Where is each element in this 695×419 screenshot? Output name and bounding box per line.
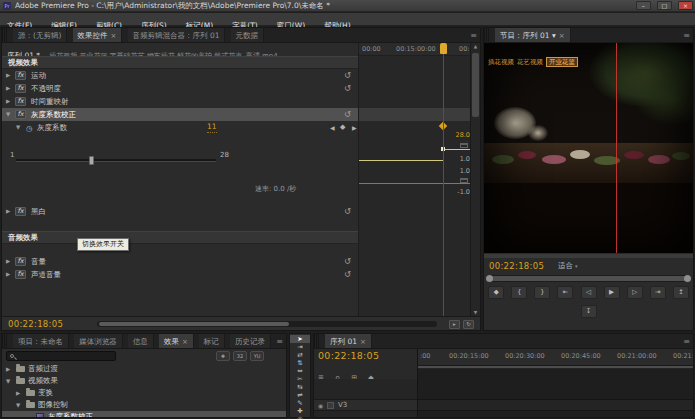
loop-icon[interactable]: ↻	[463, 320, 474, 329]
expand-icon[interactable]: ▶	[6, 69, 10, 82]
scroll-up-icon[interactable]: ▲	[471, 44, 480, 49]
panel-drag-handle[interactable]	[2, 28, 8, 43]
zoom-handle-right[interactable]	[684, 275, 691, 282]
toggle-track-output-icon[interactable]: ◉	[318, 400, 323, 411]
gamma-slider[interactable]	[16, 159, 216, 162]
step-back-button[interactable]: ◁	[581, 286, 597, 299]
tab-sequence-01[interactable]: 序列 01×	[325, 334, 372, 349]
mark-out-button[interactable]: }	[534, 286, 550, 299]
timeline-timecode[interactable]: 00:22:18:05	[318, 350, 379, 361]
pen-tool[interactable]: ✎	[290, 399, 310, 407]
expand-icon[interactable]: ▶	[16, 387, 20, 399]
ripple-edit-tool[interactable]: ⇄	[290, 351, 310, 359]
previous-keyframe-icon[interactable]: ◀	[330, 121, 335, 134]
tab-info[interactable]: 信息	[128, 334, 154, 349]
effect-row-channel-volume[interactable]: ▶ fx 声道音量 ↺	[2, 268, 358, 281]
add-keyframe-icon[interactable]: ◆	[340, 121, 345, 134]
rolling-edit-tool[interactable]: ⇅	[290, 359, 310, 367]
selection-tool[interactable]: ➤	[290, 335, 310, 343]
tab-audio-clip-mixer[interactable]: 音频剪辑混合器：序列 01	[128, 28, 226, 43]
reset-icon[interactable]: ↺	[344, 69, 351, 82]
panel-menu-icon[interactable]: ≡	[683, 28, 690, 43]
tab-effects[interactable]: 效果×	[159, 334, 194, 349]
rate-stretch-tool[interactable]: ⇔	[290, 367, 310, 375]
add-marker-button[interactable]: ◆	[488, 286, 504, 299]
monitor-marker-strip[interactable]	[484, 253, 693, 258]
fx-toggle-icon[interactable]: fx	[15, 97, 26, 106]
effect-row-time-remapping[interactable]: ▶ fx 时间重映射	[2, 95, 358, 108]
expand-icon[interactable]: ▶	[6, 82, 10, 95]
maximize-button[interactable]: □	[657, 1, 672, 10]
tree-item-audio-transitions[interactable]: ▶ 音频过渡	[2, 363, 286, 375]
go-to-in-button[interactable]: ⇤	[557, 286, 573, 299]
extract-button[interactable]: ↧	[581, 305, 597, 318]
play-button[interactable]: ▶	[604, 286, 620, 299]
effect-row-motion[interactable]: ▶ fx 运动 ↺	[2, 69, 358, 82]
timeline-ruler[interactable]: :00 00:20:15:00 00:20:30:00 00:20:45:00 …	[418, 349, 693, 366]
effect-row-gamma-correction[interactable]: ▼ fx 灰度系数校正 ↺	[2, 108, 358, 121]
razor-tool[interactable]: ✂	[290, 375, 310, 383]
collapse-icon[interactable]: ▼	[16, 121, 20, 134]
graph-resize-grip[interactable]	[460, 143, 468, 148]
play-icon[interactable]: ▸	[449, 320, 460, 329]
gamma-value[interactable]: 11	[207, 121, 217, 133]
scroll-down-icon[interactable]: ▼	[471, 310, 480, 315]
tab-history[interactable]: 历史记录	[230, 334, 271, 349]
tab-effect-controls[interactable]: 效果控件×	[73, 28, 123, 43]
panel-menu-icon[interactable]: ≡	[470, 28, 477, 43]
zoom-scrollbar-thumb[interactable]	[487, 276, 690, 281]
horizontal-scrollbar[interactable]	[97, 321, 437, 327]
tab-close-icon[interactable]: ×	[559, 32, 565, 40]
reset-icon[interactable]: ↺	[344, 82, 351, 95]
panel-drag-handle[interactable]	[484, 28, 490, 43]
stopwatch-icon[interactable]: ◷	[26, 122, 33, 135]
zoom-scrollbar[interactable]	[486, 275, 691, 282]
zoom-level-select[interactable]: 适合▾	[558, 259, 578, 273]
track-header-v3[interactable]: ◉ V3	[314, 399, 417, 411]
effect-row-opacity[interactable]: ▶ fx 不透明度 ↺	[2, 82, 358, 95]
reset-icon[interactable]: ↺	[344, 255, 351, 268]
hand-tool[interactable]: ✚	[290, 407, 310, 415]
yuv-effects-filter-icon[interactable]: YU	[250, 351, 264, 361]
32bit-effects-filter-icon[interactable]: 32	[233, 351, 247, 361]
go-to-out-button[interactable]: ⇥	[650, 286, 666, 299]
close-button[interactable]: ×	[678, 1, 693, 10]
expand-icon[interactable]: ▶	[6, 95, 10, 108]
minimize-button[interactable]: –	[636, 1, 651, 10]
playhead-handle[interactable]	[440, 43, 447, 54]
tab-media-browser[interactable]: 媒体浏览器	[74, 334, 123, 349]
tab-close-icon[interactable]: ×	[360, 338, 366, 346]
collapse-icon[interactable]: ▼	[16, 399, 20, 411]
graph-resize-grip[interactable]	[460, 178, 468, 183]
tab-close-icon[interactable]: ×	[182, 338, 188, 346]
effects-search-input[interactable]	[6, 351, 116, 361]
panel-menu-icon[interactable]: ≡	[276, 334, 283, 349]
tree-item-transform[interactable]: ▶ 变换	[2, 387, 286, 399]
slide-tool[interactable]: ⇌	[290, 391, 310, 399]
reset-icon[interactable]: ↺	[344, 108, 351, 121]
scrollbar-thumb[interactable]	[472, 53, 479, 117]
collapse-icon[interactable]: ▼	[6, 108, 10, 121]
playhead-line[interactable]	[443, 54, 444, 316]
scrollbar-thumb[interactable]	[99, 322, 289, 326]
fx-toggle-icon[interactable]: fx	[15, 270, 26, 279]
program-timecode[interactable]: 00:22:18:05	[489, 259, 544, 273]
expand-icon[interactable]: ▶	[6, 363, 10, 375]
panel-drag-handle[interactable]	[2, 334, 8, 349]
track-lock-icon[interactable]	[327, 402, 334, 409]
fx-toggle-icon[interactable]: fx	[15, 207, 26, 216]
expand-icon[interactable]: ▶	[6, 268, 10, 281]
timeline-tracks[interactable]	[418, 369, 693, 417]
zoom-tool[interactable]: ◎	[290, 415, 310, 419]
next-keyframe-icon[interactable]: ▶	[352, 121, 357, 134]
lift-button[interactable]: ↥	[673, 286, 689, 299]
fx-toggle-icon[interactable]: fx	[15, 110, 26, 119]
tab-metadata[interactable]: 元数据	[231, 28, 265, 43]
fx-toggle-icon[interactable]: fx	[15, 257, 26, 266]
slip-tool[interactable]: ⇆	[290, 383, 310, 391]
track-v3-lane[interactable]	[418, 399, 693, 411]
tab-close-icon[interactable]: ×	[111, 32, 117, 40]
panel-drag-handle[interactable]	[314, 334, 320, 349]
fx-toggle-icon[interactable]: fx	[15, 71, 26, 80]
mark-in-button[interactable]: {	[511, 286, 527, 299]
